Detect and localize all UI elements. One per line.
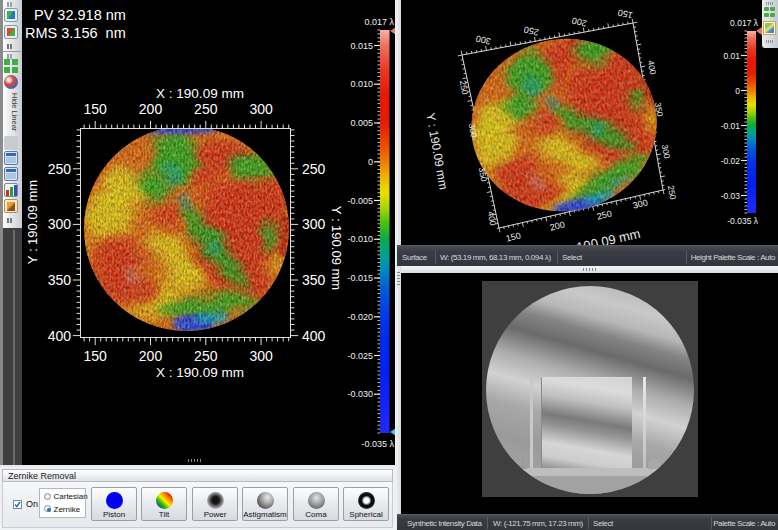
svg-text:RMS 3.156 nm: RMS 3.156 nm xyxy=(25,25,126,41)
svg-text:350: 350 xyxy=(48,272,72,288)
svg-text:0.017 λ: 0.017 λ xyxy=(730,18,759,28)
svg-text:400: 400 xyxy=(48,328,72,344)
svg-text:0.01: 0.01 xyxy=(723,51,740,61)
svg-text:250: 250 xyxy=(302,161,326,177)
svg-text:300: 300 xyxy=(302,216,326,232)
svg-text:-0.030: -0.030 xyxy=(347,389,373,399)
svg-text:-0.01: -0.01 xyxy=(721,121,741,131)
svg-text:0.005: 0.005 xyxy=(350,118,373,128)
svg-text:X : 190.09 mm: X : 190.09 mm xyxy=(156,365,244,380)
svg-text:300: 300 xyxy=(249,348,273,364)
svg-text:-0.005: -0.005 xyxy=(347,196,373,206)
svg-text:150: 150 xyxy=(84,101,108,117)
svg-text:200: 200 xyxy=(139,348,163,364)
svg-text:300: 300 xyxy=(249,101,273,117)
svg-text:250: 250 xyxy=(194,101,218,117)
svg-text:350: 350 xyxy=(302,272,326,288)
svg-text:-0.03: -0.03 xyxy=(721,191,741,201)
svg-text:250: 250 xyxy=(194,348,218,364)
svg-text:-0.035 λ: -0.035 λ xyxy=(727,216,758,226)
svg-text:Y : 190.09 mm: Y : 190.09 mm xyxy=(25,180,40,264)
svg-text:250: 250 xyxy=(48,161,72,177)
svg-text:-0.025: -0.025 xyxy=(347,351,373,361)
svg-text:Y : 190.09 mm: Y : 190.09 mm xyxy=(329,206,344,290)
svg-text:150: 150 xyxy=(84,348,108,364)
svg-text:0: 0 xyxy=(735,86,740,96)
svg-text:200: 200 xyxy=(139,101,163,117)
svg-text:-0.020: -0.020 xyxy=(347,312,373,322)
svg-text:0.017 λ: 0.017 λ xyxy=(364,17,394,27)
svg-text:400: 400 xyxy=(302,328,326,344)
svg-text:-0.015: -0.015 xyxy=(347,273,373,283)
svg-text:0: 0 xyxy=(368,157,373,167)
svg-text:300: 300 xyxy=(48,216,72,232)
svg-text:-0.035 λ: -0.035 λ xyxy=(361,439,394,449)
svg-text:0.015: 0.015 xyxy=(350,41,373,51)
svg-text:PV 32.918 nm: PV 32.918 nm xyxy=(34,7,126,23)
svg-text:-0.02: -0.02 xyxy=(721,156,741,166)
svg-text:X : 190.09 mm: X : 190.09 mm xyxy=(156,86,244,101)
svg-text:0.010: 0.010 xyxy=(350,79,373,89)
svg-text:-0.010: -0.010 xyxy=(347,234,373,244)
